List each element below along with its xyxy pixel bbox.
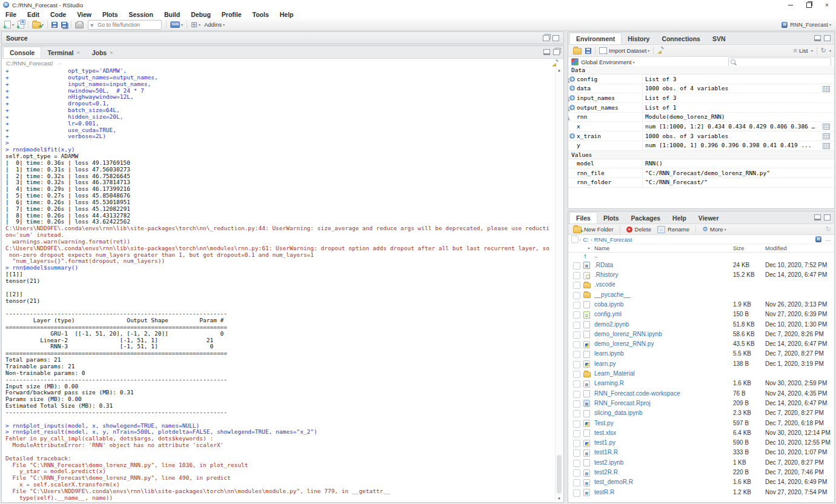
file-name-link[interactable]: testR.R [594, 489, 614, 496]
view-table-icon[interactable] [823, 143, 830, 149]
file-checkbox[interactable] [573, 272, 580, 279]
file-checkbox[interactable] [573, 410, 580, 417]
scrollbar-thumb[interactable] [557, 455, 562, 494]
env-row-rnn_folder[interactable]: rnn_folder"C:/RNN_Forecast/" [568, 178, 834, 188]
tab-history[interactable]: History [622, 33, 655, 44]
inspect-icon[interactable] [568, 77, 569, 82]
environment-scope-label[interactable]: Global Environment [581, 59, 631, 65]
env-row-data[interactable]: data1000 obs. of 4 variables [568, 84, 834, 94]
environment-search-box[interactable] [728, 58, 831, 67]
file-name-link[interactable]: demo2.ipynb [594, 321, 629, 328]
view-table-icon[interactable] [823, 86, 830, 92]
scroll-down-icon[interactable]: ▼ [556, 497, 563, 500]
inspect-icon[interactable] [568, 96, 569, 101]
tab-environment[interactable]: Environment [569, 33, 622, 44]
env-row-output_names[interactable]: output_namesList of 1 [568, 103, 834, 113]
env-row-model[interactable]: modelRNN() [568, 159, 834, 169]
project-menu-button[interactable]: R RNN_Forecast ▾ [781, 21, 831, 28]
svn-button[interactable]: SVN▾ [168, 20, 185, 30]
env-row-y[interactable]: ynum [1:1000, 1] 0.396 0.396 0.398 0.41 … [568, 141, 834, 151]
file-checkbox[interactable] [573, 489, 580, 497]
file-checkbox[interactable] [573, 331, 580, 339]
close-tab-icon[interactable]: × [76, 50, 79, 56]
file-checkbox[interactable] [573, 341, 580, 348]
tab-packages[interactable]: Packages [625, 212, 666, 224]
console-scrollbar[interactable]: ▲ ▼ [555, 68, 563, 501]
file-name-link[interactable]: test2.ipynb [594, 459, 623, 466]
restore-pane-icon[interactable] [543, 35, 549, 41]
tab-help[interactable]: Help [666, 212, 692, 224]
maximize-pane-icon[interactable] [824, 35, 831, 41]
clear-environment-button[interactable] [655, 46, 666, 56]
file-name-link[interactable]: demo_lorenz_RNN.py [594, 340, 654, 347]
goto-file-function-input[interactable] [96, 21, 153, 28]
save-button[interactable] [50, 20, 59, 30]
minimize-button[interactable] [781, 0, 800, 10]
file-checkbox[interactable] [573, 262, 580, 270]
file-checkbox[interactable] [573, 479, 580, 486]
file-checkbox[interactable] [573, 322, 580, 329]
expand-icon[interactable] [569, 76, 575, 82]
save-all-button[interactable] [59, 20, 69, 30]
load-workspace-button[interactable] [571, 46, 583, 56]
env-row-rnn[interactable]: rnnModule(demo_lorenz_RNN) [568, 113, 834, 122]
file-checkbox[interactable] [573, 400, 580, 408]
file-name-link[interactable]: Test.py [594, 420, 614, 426]
file-checkbox[interactable] [573, 430, 580, 437]
new-folder-button[interactable]: + New Folder [571, 225, 615, 234]
menu-file[interactable]: File [0, 11, 22, 18]
file-name-link[interactable]: Learn_Material [594, 370, 635, 377]
file-checkbox[interactable] [573, 420, 580, 428]
tab-connections[interactable]: Connections [655, 33, 706, 44]
tab-terminal[interactable]: Terminal× [41, 47, 85, 58]
tab-plots[interactable]: Plots [597, 212, 625, 224]
env-row-x[interactable]: xnum [1:1000, 1:2] 0.434 0.434 0.429 0.4… [568, 122, 834, 131]
new-file-button[interactable]: ▾ [2, 20, 16, 30]
file-name-link[interactable]: .. [594, 252, 598, 259]
file-checkbox[interactable] [573, 391, 580, 398]
view-table-icon[interactable] [823, 124, 830, 130]
menu-build[interactable]: Build [159, 11, 185, 18]
file-checkbox[interactable] [573, 361, 580, 368]
file-name-link[interactable]: learn.ipynb [594, 350, 624, 357]
file-checkbox[interactable] [573, 292, 580, 299]
menu-help[interactable]: Help [274, 11, 299, 18]
new-project-button[interactable]: R [16, 20, 26, 30]
file-checkbox[interactable] [573, 311, 580, 319]
goto-file-function-box[interactable] [88, 20, 162, 30]
file-checkbox[interactable] [573, 282, 580, 289]
inspect-icon[interactable] [568, 115, 569, 120]
view-table-icon[interactable] [823, 133, 830, 139]
file-name-link[interactable]: config.yml [594, 311, 622, 317]
addins-button[interactable]: Addins▾ [202, 20, 227, 30]
file-name-link[interactable]: coba.ipynb [594, 301, 623, 308]
file-name-link[interactable]: test1R.R [594, 449, 618, 456]
delete-button[interactable]: × Delete [625, 225, 653, 234]
file-checkbox[interactable] [573, 351, 580, 358]
console-output[interactable]: + opt_type='ADAMW',+ output_names=output… [5, 68, 555, 501]
minimize-pane-icon[interactable] [814, 35, 821, 41]
menu-session[interactable]: Session [124, 11, 159, 18]
sort-ascending-icon[interactable]: ▲ [587, 246, 591, 250]
menu-code[interactable]: Code [45, 11, 71, 18]
import-dataset-button[interactable]: Import Dataset ▾ [597, 46, 651, 56]
env-row-input_names[interactable]: input_namesList of 3 [568, 93, 834, 103]
restore-button[interactable] [800, 0, 818, 10]
expand-icon[interactable] [569, 95, 575, 101]
file-name-link[interactable]: __pycache__ [594, 291, 631, 298]
close-button[interactable]: × [818, 0, 836, 10]
file-name-link[interactable]: RNN_Forecast.code-workspace [594, 390, 680, 397]
file-name-link[interactable]: learn.py [594, 360, 616, 367]
refresh-icon[interactable]: ↻ [821, 47, 826, 54]
file-checkbox[interactable] [573, 380, 580, 388]
file-name-link[interactable]: .RData [594, 262, 613, 268]
column-modified[interactable]: Modified [765, 245, 787, 251]
expand-icon[interactable] [569, 85, 575, 91]
menu-tools[interactable]: Tools [247, 11, 274, 18]
file-name-link[interactable]: test2R.R [594, 469, 618, 476]
workspace-panes-button[interactable]: ⊞▾ [189, 20, 202, 30]
file-name-link[interactable]: Learning.R [594, 380, 624, 386]
file-name-link[interactable]: demo_lorenz_RNN.ipynb [594, 331, 662, 337]
tab-viewer[interactable]: Viewer [692, 212, 725, 224]
file-name-link[interactable]: test_demoR.R [594, 479, 633, 485]
